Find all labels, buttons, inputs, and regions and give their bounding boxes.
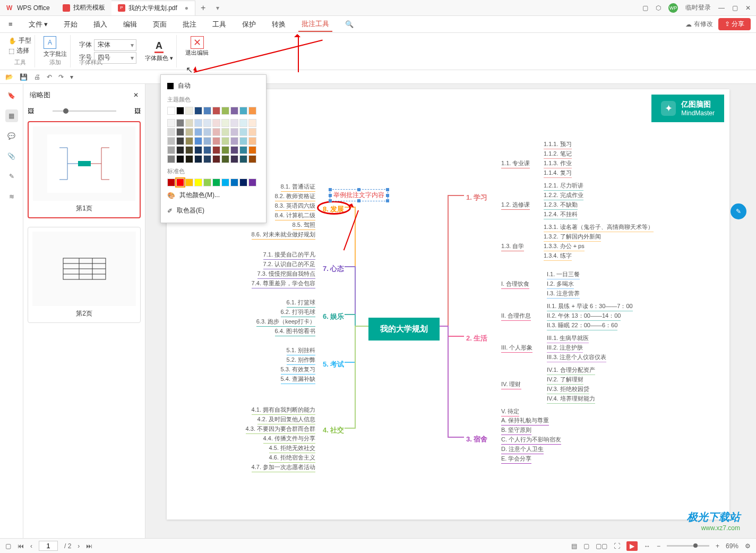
menu-protect[interactable]: 保护 xyxy=(239,18,259,31)
color-swatch[interactable] xyxy=(230,128,238,136)
tab-document[interactable]: P 我的大学规划.pdf ● xyxy=(111,1,195,15)
hand-tool[interactable]: ✋ 手型 xyxy=(8,36,31,45)
color-swatch[interactable] xyxy=(230,119,238,127)
color-swatch[interactable] xyxy=(212,107,220,115)
attachment-icon[interactable]: 📎 xyxy=(5,150,18,163)
color-swatch[interactable] xyxy=(185,137,193,145)
prev-page-icon[interactable]: ‹ xyxy=(30,542,32,550)
color-swatch[interactable] xyxy=(239,178,247,186)
view-fit-icon[interactable]: ⛶ xyxy=(614,542,620,550)
color-swatch[interactable] xyxy=(176,107,184,115)
color-swatch[interactable] xyxy=(248,146,256,154)
color-swatch[interactable] xyxy=(176,128,184,136)
tab-template[interactable]: 找稻壳模板 xyxy=(56,1,111,15)
view-continuous-icon[interactable]: ▤ xyxy=(571,542,577,550)
color-swatch[interactable] xyxy=(203,128,211,136)
thumbnail-page-2[interactable]: 第2页 xyxy=(28,227,141,323)
signature-icon[interactable]: ✎ xyxy=(5,170,18,183)
color-swatch[interactable] xyxy=(167,137,175,145)
color-swatch[interactable] xyxy=(212,128,220,136)
color-swatch[interactable] xyxy=(203,155,211,163)
color-swatch[interactable] xyxy=(194,119,202,127)
thumbnail-icon[interactable]: ▦ xyxy=(5,109,18,122)
color-swatch[interactable] xyxy=(203,146,211,154)
thumbnail-page-1[interactable]: 第1页 xyxy=(28,121,141,218)
color-swatch[interactable] xyxy=(248,137,256,145)
color-swatch[interactable] xyxy=(185,146,193,154)
color-swatch[interactable] xyxy=(239,119,247,127)
color-swatch[interactable] xyxy=(194,107,202,115)
close-window-icon[interactable]: ✕ xyxy=(745,4,751,12)
color-swatch[interactable] xyxy=(230,146,238,154)
color-swatch[interactable] xyxy=(221,155,229,163)
color-swatch[interactable] xyxy=(176,119,184,127)
menu-edit[interactable]: 编辑 xyxy=(120,18,140,31)
color-swatch[interactable] xyxy=(248,178,256,186)
color-swatch[interactable] xyxy=(203,137,211,145)
color-swatch[interactable] xyxy=(185,119,193,127)
color-swatch[interactable] xyxy=(230,178,238,186)
color-swatch[interactable] xyxy=(176,178,184,186)
app-tab[interactable]: W WPS Office xyxy=(0,1,56,15)
float-help-badge[interactable]: ✎ xyxy=(731,203,746,219)
file-menu[interactable]: 文件 ▾ xyxy=(25,18,51,31)
login-label[interactable]: 临时登录 xyxy=(685,3,711,12)
color-swatch[interactable] xyxy=(221,107,229,115)
color-swatch[interactable] xyxy=(194,137,202,145)
comment-icon[interactable]: 💬 xyxy=(5,130,18,142)
more-colors-button[interactable]: 🎨 其他颜色(M)... xyxy=(165,188,262,203)
color-swatch[interactable] xyxy=(185,178,193,186)
color-swatch[interactable] xyxy=(221,119,229,127)
color-swatch[interactable] xyxy=(212,119,220,127)
play-icon[interactable]: ▶ xyxy=(626,541,638,551)
exit-edit-button[interactable]: ✕ 退出编辑 xyxy=(185,36,209,57)
last-page-icon[interactable]: ⏭ xyxy=(86,542,92,550)
font-select[interactable]: 宋体 xyxy=(94,39,136,51)
color-swatch[interactable] xyxy=(194,178,202,186)
more-icon[interactable]: ▾ xyxy=(70,73,73,81)
menu-page[interactable]: 页面 xyxy=(150,18,170,31)
fit-width-icon[interactable]: ↔ xyxy=(644,542,650,550)
zoom-out-icon[interactable]: − xyxy=(657,542,660,550)
menu-convert[interactable]: 转换 xyxy=(269,18,289,31)
settings-icon[interactable]: ⚙ xyxy=(745,542,751,550)
minimize-icon[interactable]: — xyxy=(718,4,725,12)
maximize-icon[interactable]: ▢ xyxy=(732,4,738,12)
image-small-icon[interactable]: 🖼 xyxy=(28,107,34,115)
close-panel-icon[interactable]: ✕ xyxy=(133,91,139,99)
font-color-button[interactable]: A 字体颜色 ▾ xyxy=(145,40,173,62)
text-annotate-icon[interactable]: A xyxy=(44,36,56,49)
color-swatch[interactable] xyxy=(176,137,184,145)
zoom-in-icon[interactable]: + xyxy=(716,542,719,550)
thumbnail-size-slider[interactable] xyxy=(53,110,116,112)
zoom-value[interactable]: 69% xyxy=(726,542,738,550)
package-icon[interactable]: ⬡ xyxy=(656,4,661,12)
color-swatch[interactable] xyxy=(176,146,184,154)
color-swatch[interactable] xyxy=(203,119,211,127)
first-page-icon[interactable]: ⏮ xyxy=(18,542,24,550)
layout-icon[interactable]: ▢ xyxy=(642,4,648,12)
color-swatch[interactable] xyxy=(230,137,238,145)
color-swatch[interactable] xyxy=(248,119,256,127)
close-icon[interactable]: ● xyxy=(185,4,188,12)
menu-hamburger-icon[interactable]: ≡ xyxy=(5,18,16,30)
bookmark-icon[interactable]: 🔖 xyxy=(5,89,18,102)
color-swatch[interactable] xyxy=(239,107,247,115)
menu-insert[interactable]: 插入 xyxy=(90,18,110,31)
color-swatch[interactable] xyxy=(230,107,238,115)
color-swatch[interactable] xyxy=(167,119,175,127)
color-swatch[interactable] xyxy=(185,155,193,163)
color-swatch[interactable] xyxy=(167,107,175,115)
color-swatch[interactable] xyxy=(239,128,247,136)
undo-icon[interactable]: ↶ xyxy=(47,73,52,81)
add-tab-button[interactable]: + xyxy=(195,3,211,13)
print-icon[interactable]: 🖨 xyxy=(34,73,40,81)
color-swatch[interactable] xyxy=(194,128,202,136)
sidebar-toggle-icon[interactable]: ▢ xyxy=(5,542,11,550)
color-swatch[interactable] xyxy=(221,178,229,186)
menu-tools[interactable]: 工具 xyxy=(209,18,229,31)
modify-badge[interactable]: ☁ 有修改 xyxy=(685,20,713,29)
color-swatch[interactable] xyxy=(239,155,247,163)
view-single-icon[interactable]: ▢ xyxy=(583,542,589,550)
color-swatch[interactable] xyxy=(194,146,202,154)
